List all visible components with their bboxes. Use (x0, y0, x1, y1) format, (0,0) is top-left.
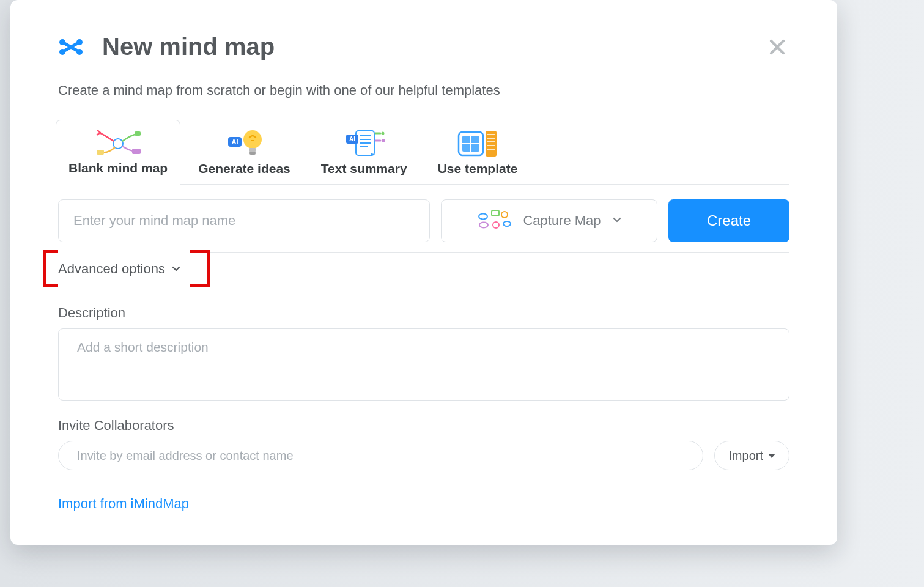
tab-label: Use template (438, 161, 518, 176)
new-mind-map-modal: New mind map Create a mind map from scra… (10, 0, 837, 545)
tab-text-summary[interactable]: AI Text summary (308, 120, 420, 185)
svg-rect-34 (492, 210, 499, 216)
svg-rect-23 (382, 139, 385, 142)
capture-map-icon (476, 209, 512, 232)
tab-label: Blank mind map (68, 161, 168, 175)
import-button-label: Import (728, 449, 763, 463)
modal-subtitle: Create a mind map from scratch or begin … (58, 83, 789, 98)
template-tabs: Blank mind map AI Generate ideas (56, 119, 789, 185)
map-type-select[interactable]: Capture Map (441, 199, 657, 242)
svg-text:AI: AI (349, 136, 355, 142)
app-logo-icon (58, 38, 84, 56)
close-button[interactable] (765, 35, 789, 59)
description-label: Description (58, 305, 789, 321)
close-icon (767, 37, 788, 57)
tab-label: Text summary (321, 161, 407, 176)
ai-document-icon: AI (340, 128, 388, 158)
svg-rect-5 (135, 131, 141, 136)
modal-title: New mind map (102, 33, 275, 61)
mind-map-name-input[interactable] (58, 199, 430, 242)
svg-rect-10 (249, 152, 256, 155)
ai-lightbulb-icon: AI (226, 128, 264, 158)
svg-point-8 (243, 130, 262, 149)
svg-point-37 (479, 223, 488, 228)
svg-rect-6 (97, 150, 104, 155)
tab-label: Generate ideas (198, 161, 290, 176)
svg-point-38 (493, 222, 499, 228)
svg-point-21 (382, 132, 385, 135)
svg-rect-7 (132, 149, 141, 154)
chevron-down-icon (171, 261, 181, 277)
create-button[interactable]: Create (668, 199, 789, 242)
tab-use-template[interactable]: Use template (425, 120, 531, 185)
chevron-down-icon (612, 215, 622, 227)
invite-collaborators-label: Invite Collaborators (58, 418, 789, 434)
import-from-imindmap-link[interactable]: Import from iMindMap (58, 496, 189, 512)
svg-text:AI: AI (231, 138, 238, 146)
svg-point-39 (503, 221, 511, 226)
caret-down-icon (768, 454, 775, 458)
tab-blank-mind-map[interactable]: Blank mind map (56, 120, 180, 185)
description-input[interactable] (58, 328, 789, 401)
mind-map-icon (94, 128, 142, 157)
import-button[interactable]: Import (714, 441, 789, 470)
tab-generate-ideas[interactable]: AI Generate ideas (185, 120, 303, 185)
invite-input[interactable] (58, 441, 703, 470)
svg-point-35 (479, 214, 487, 220)
svg-rect-9 (249, 148, 256, 152)
template-icon (456, 128, 499, 158)
advanced-options-label: Advanced options (58, 261, 165, 277)
map-type-label: Capture Map (523, 213, 601, 229)
advanced-options-toggle[interactable]: Advanced options (58, 250, 190, 288)
svg-point-36 (501, 212, 508, 218)
